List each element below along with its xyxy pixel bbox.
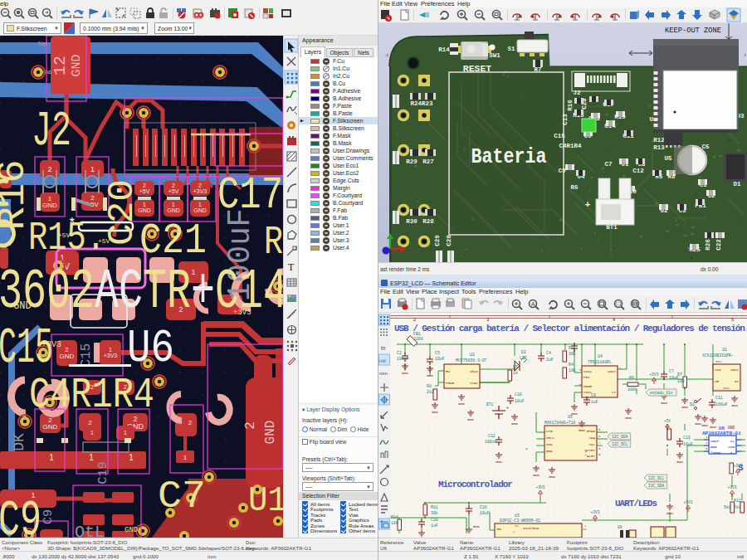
svg-text:VSS: VSS bbox=[723, 387, 730, 390]
svg-text:GND: GND bbox=[731, 403, 738, 407]
svg-text:GND: GND bbox=[695, 421, 701, 426]
svg-text:10uF: 10uF bbox=[480, 511, 490, 515]
svg-text:GND: GND bbox=[728, 426, 735, 430]
svg-text:100: 100 bbox=[391, 521, 398, 525]
svg-text:RESET: RESET bbox=[463, 63, 492, 74]
svg-text:J2: J2 bbox=[32, 103, 71, 159]
svg-text:C9: C9 bbox=[42, 509, 56, 524]
svg-text:100: 100 bbox=[677, 379, 685, 383]
svg-text:GND: GND bbox=[167, 207, 180, 213]
svg-text:GND: GND bbox=[625, 416, 632, 420]
svg-text:10k: 10k bbox=[569, 368, 576, 373]
svg-text:1: 1 bbox=[109, 347, 112, 353]
svg-text:+3V3: +3V3 bbox=[728, 485, 737, 489]
svg-text:GND: GND bbox=[546, 450, 553, 453]
svg-text:GND: GND bbox=[666, 511, 673, 515]
svg-text:VDD: VDD bbox=[546, 443, 553, 446]
svg-text:R29: R29 bbox=[406, 158, 417, 165]
svg-text:USB / Gestión carga batería /: USB / Gestión carga batería / Selector a… bbox=[394, 324, 747, 334]
svg-text:GND: GND bbox=[701, 423, 708, 427]
svg-text:R14: R14 bbox=[391, 515, 398, 519]
svg-text:R30: R30 bbox=[406, 218, 417, 225]
svg-text:+5V: +5V bbox=[98, 237, 110, 245]
svg-text:2: 2 bbox=[88, 419, 92, 426]
svg-text:+5V: +5V bbox=[664, 419, 671, 423]
svg-text:12: 12 bbox=[51, 56, 70, 75]
svg-text:+: + bbox=[506, 406, 509, 411]
svg-text:C16: C16 bbox=[480, 505, 487, 509]
svg-text:+3V3: +3V3 bbox=[684, 500, 693, 504]
svg-text:IO20/RXD: IO20/RXD bbox=[523, 527, 540, 530]
svg-text:R: R bbox=[264, 220, 283, 265]
svg-text:R8: R8 bbox=[427, 384, 432, 388]
svg-text:C11: C11 bbox=[715, 396, 723, 400]
svg-text:+3V3: +3V3 bbox=[233, 309, 251, 317]
svg-text:GND: GND bbox=[467, 417, 474, 421]
svg-text:VOUT: VOUT bbox=[730, 368, 740, 372]
svg-text:R16: R16 bbox=[567, 100, 574, 111]
svg-text:I2C_SCL: I2C_SCL bbox=[612, 442, 628, 446]
svg-text:2: 2 bbox=[143, 183, 146, 188]
svg-text:U6: U6 bbox=[127, 322, 174, 375]
svg-text:R7: R7 bbox=[534, 66, 541, 73]
svg-text:R26: R26 bbox=[705, 239, 711, 251]
svg-text:R1: R1 bbox=[569, 346, 574, 350]
svg-text:GND: GND bbox=[676, 460, 683, 464]
svg-text:GND: GND bbox=[496, 460, 502, 464]
svg-text:30k: 30k bbox=[569, 352, 576, 356]
svg-text:Vbat: Vbat bbox=[470, 370, 479, 373]
svg-text:1uF: 1uF bbox=[431, 523, 438, 528]
svg-text:R11: R11 bbox=[431, 505, 438, 509]
svg-text:MCP75836-3-0T: MCP75836-3-0T bbox=[456, 358, 487, 363]
svg-text:EPAD: EPAD bbox=[587, 430, 596, 433]
svg-text:D2: D2 bbox=[521, 350, 526, 354]
svg-text:C22: C22 bbox=[715, 239, 722, 251]
svg-text:R6: R6 bbox=[629, 376, 634, 380]
svg-text:C21: C21 bbox=[139, 217, 207, 265]
svg-text:U2: U2 bbox=[470, 353, 475, 357]
svg-text:CTG: CTG bbox=[546, 430, 553, 433]
svg-text:C12: C12 bbox=[488, 434, 496, 438]
svg-text:1uF: 1uF bbox=[591, 400, 598, 404]
svg-text:EN: EN bbox=[497, 528, 502, 531]
svg-text:R12: R12 bbox=[734, 499, 741, 503]
svg-text:30k: 30k bbox=[431, 511, 438, 515]
svg-text:GND: GND bbox=[42, 202, 57, 209]
svg-text:C2: C2 bbox=[397, 351, 402, 355]
svg-text:2: 2 bbox=[172, 183, 175, 188]
svg-text:I2C_SDA: I2C_SDA bbox=[612, 435, 628, 439]
svg-text:C17: C17 bbox=[217, 170, 283, 221]
svg-text:CE: CE bbox=[715, 380, 720, 383]
svg-text:SDA: SDA bbox=[588, 436, 595, 440]
svg-text:S: S bbox=[738, 463, 744, 473]
svg-text:Microcontrolador: Microcontrolador bbox=[438, 480, 512, 489]
svg-text:1: 1 bbox=[89, 453, 94, 462]
svg-text:2: 2 bbox=[413, 317, 416, 323]
svg-text:C18: C18 bbox=[431, 518, 438, 522]
svg-text:*ALRT: *ALRT bbox=[584, 455, 595, 458]
svg-text:3: 3 bbox=[486, 317, 489, 323]
svg-text:GND: GND bbox=[661, 401, 667, 405]
svg-text:EN: EN bbox=[446, 370, 451, 373]
svg-text:GND: GND bbox=[43, 423, 58, 431]
svg-text:NC: NC bbox=[735, 380, 740, 383]
svg-text:FB1: FB1 bbox=[413, 332, 421, 336]
svg-text:C4R1R4: C4R1R4 bbox=[559, 143, 582, 149]
svg-text:+3V3: +3V3 bbox=[193, 188, 208, 194]
svg-text:2208: 2208 bbox=[413, 337, 423, 341]
svg-text:GND: GND bbox=[432, 410, 438, 414]
svg-text:C+: C+ bbox=[730, 440, 735, 443]
svg-text:1: 1 bbox=[49, 453, 54, 462]
svg-text:C-: C- bbox=[730, 451, 735, 455]
svg-text:KEEP-OUT ZONE: KEEP-OUT ZONE bbox=[665, 27, 721, 35]
svg-text:A: A bbox=[531, 301, 535, 307]
svg-text:C4R1R4: C4R1R4 bbox=[29, 371, 154, 420]
svg-text:U5: U5 bbox=[568, 415, 573, 419]
svg-text:C4: C4 bbox=[546, 351, 551, 355]
svg-text:GND: GND bbox=[427, 373, 433, 377]
svg-text:GND: GND bbox=[402, 371, 408, 375]
svg-text:C12: C12 bbox=[632, 168, 644, 174]
svg-text:T: T bbox=[288, 261, 295, 273]
svg-text:GND: GND bbox=[533, 473, 540, 477]
svg-text:2: 2 bbox=[198, 183, 202, 188]
